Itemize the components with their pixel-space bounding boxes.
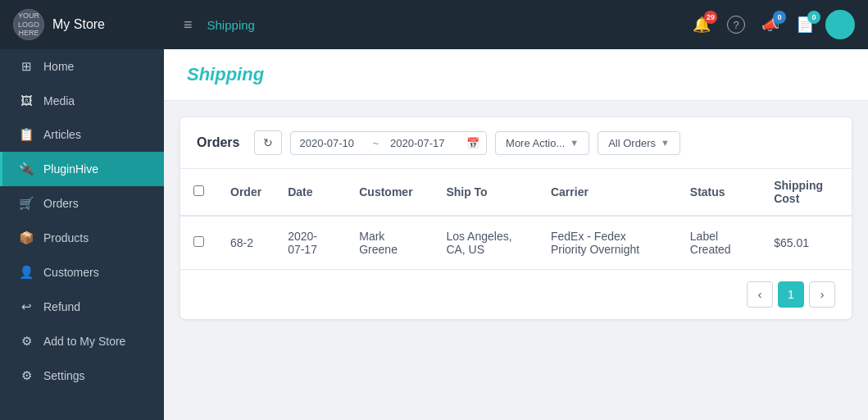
more-actions-dropdown[interactable]: More Actio... ▼ xyxy=(495,131,589,155)
pagination: ‹ 1 › xyxy=(180,270,852,319)
shipping-cost-col-header: Shipping Cost xyxy=(761,169,852,216)
customer-cell: Mark Greene xyxy=(346,216,433,270)
orders-table: Order Date Customer Ship To Carrier Stat… xyxy=(180,169,852,270)
date-cell: 2020-07-17 xyxy=(275,216,346,270)
shipto-col-header: Ship To xyxy=(433,169,538,216)
row-checkbox[interactable] xyxy=(193,236,204,247)
sidebar-item-orders[interactable]: 🛒 Orders xyxy=(0,186,164,221)
carrier-cell: FedEx - Fedex Priority Overnight xyxy=(538,216,677,270)
date-separator: ~ xyxy=(369,137,382,149)
sidebar-label-settings: Settings xyxy=(43,369,85,382)
sidebar-label-add-store: Add to My Store xyxy=(43,335,125,348)
sidebar-label-customers: Customers xyxy=(43,266,99,279)
sidebar-item-products[interactable]: 📦 Products xyxy=(0,221,164,255)
settings-icon: ⚙ xyxy=(19,368,34,383)
more-actions-label: More Actio... xyxy=(506,137,565,149)
date-to-input[interactable] xyxy=(382,132,460,154)
sidebar-item-customers[interactable]: 👤 Customers xyxy=(0,255,164,290)
main-layout: ⊞ Home 🖼 Media 📋 Articles 🔌 PluginHive 🛒… xyxy=(0,49,868,420)
megaphone-button[interactable]: 📣 0 xyxy=(757,12,784,37)
products-icon: 📦 xyxy=(19,231,34,245)
sidebar-item-add-to-store[interactable]: ⚙ Add to My Store xyxy=(0,324,164,358)
page-1-button[interactable]: 1 xyxy=(778,281,804,308)
sidebar-item-home[interactable]: ⊞ Home xyxy=(0,49,164,84)
customers-icon: 👤 xyxy=(19,265,34,280)
carrier-col-header: Carrier xyxy=(538,169,677,216)
megaphone-badge: 0 xyxy=(773,11,786,24)
all-orders-label: All Orders xyxy=(608,137,656,149)
doc-badge: 0 xyxy=(807,11,820,24)
calendar-icon[interactable]: 📅 xyxy=(460,132,486,154)
notifications-button[interactable]: 🔔 29 xyxy=(688,12,716,37)
sidebar-item-articles[interactable]: 📋 Articles xyxy=(0,117,164,152)
orders-icon: 🛒 xyxy=(19,196,34,211)
order-cell: 68-2 xyxy=(217,216,275,270)
hamburger-button[interactable]: ≡ xyxy=(177,13,199,37)
sidebar-label-products: Products xyxy=(43,231,89,244)
next-page-button[interactable]: › xyxy=(809,281,835,308)
shipto-cell: Los Angeles, CA, US xyxy=(433,216,538,270)
row-checkbox-cell xyxy=(180,216,217,270)
shipping-cost-cell: $65.01 xyxy=(761,216,852,270)
sidebar-label-refund: Refund xyxy=(43,300,80,313)
sidebar: ⊞ Home 🖼 Media 📋 Articles 🔌 PluginHive 🛒… xyxy=(0,49,164,420)
sidebar-label-orders: Orders xyxy=(43,197,79,210)
prev-page-button[interactable]: ‹ xyxy=(747,281,773,308)
refund-icon: ↩ xyxy=(19,299,34,314)
table-row: 68-2 2020-07-17 Mark Greene Los Angeles,… xyxy=(180,216,852,270)
doc-button[interactable]: 📄 0 xyxy=(791,12,819,37)
date-col-header: Date xyxy=(275,169,346,216)
sidebar-item-pluginhive[interactable]: 🔌 PluginHive xyxy=(0,152,164,186)
sidebar-item-settings[interactable]: ⚙ Settings xyxy=(0,358,164,393)
date-from-input[interactable] xyxy=(291,132,369,154)
status-cell: Label Created xyxy=(677,216,761,270)
orders-toolbar: Orders ↻ ~ 📅 More Actio... ▼ All Orders … xyxy=(180,117,852,169)
orders-card: Orders ↻ ~ 📅 More Actio... ▼ All Orders … xyxy=(180,117,852,319)
orders-label: Orders xyxy=(197,135,239,150)
order-col-header: Order xyxy=(217,169,275,216)
top-nav: YOUR LOGO HERE My Store ≡ Shipping 🔔 29 … xyxy=(0,0,868,49)
breadcrumb-area: ≡ Shipping xyxy=(177,13,688,37)
more-actions-arrow-icon: ▼ xyxy=(570,138,579,148)
all-orders-dropdown[interactable]: All Orders ▼ xyxy=(598,131,680,155)
store-logo: YOUR LOGO HERE xyxy=(13,9,44,40)
sidebar-label-media: Media xyxy=(43,94,75,107)
breadcrumb: Shipping xyxy=(207,18,255,32)
store-name: My Store xyxy=(52,17,105,32)
sidebar-label-articles: Articles xyxy=(43,128,81,141)
status-col-header: Status xyxy=(677,169,761,216)
sidebar-label-pluginhive: PluginHive xyxy=(43,162,98,176)
pluginhive-icon: 🔌 xyxy=(19,162,34,176)
logo-area: YOUR LOGO HERE My Store xyxy=(13,9,177,40)
all-orders-arrow-icon: ▼ xyxy=(661,138,670,148)
help-button[interactable]: ? xyxy=(722,12,750,37)
date-range-picker: ~ 📅 xyxy=(290,131,487,155)
sidebar-item-media[interactable]: 🖼 Media xyxy=(0,84,164,117)
sidebar-label-home: Home xyxy=(43,60,74,73)
add-store-icon: ⚙ xyxy=(19,334,34,349)
media-icon: 🖼 xyxy=(19,94,34,107)
refresh-icon: ↻ xyxy=(263,136,273,149)
customer-col-header: Customer xyxy=(346,169,433,216)
main-content: Shipping Orders ↻ ~ 📅 More Actio... ▼ xyxy=(164,49,868,420)
articles-icon: 📋 xyxy=(19,127,34,142)
nav-icons: 🔔 29 ? 📣 0 📄 0 xyxy=(688,10,855,39)
user-avatar[interactable] xyxy=(825,10,855,39)
help-icon: ? xyxy=(727,16,745,34)
select-all-header xyxy=(180,169,217,216)
page-header: Shipping xyxy=(164,49,868,101)
home-icon: ⊞ xyxy=(19,59,34,74)
sidebar-item-refund[interactable]: ↩ Refund xyxy=(0,290,164,324)
refresh-button[interactable]: ↻ xyxy=(254,130,282,155)
select-all-checkbox[interactable] xyxy=(193,185,204,196)
page-title: Shipping xyxy=(187,64,845,85)
notifications-badge: 29 xyxy=(704,11,717,24)
